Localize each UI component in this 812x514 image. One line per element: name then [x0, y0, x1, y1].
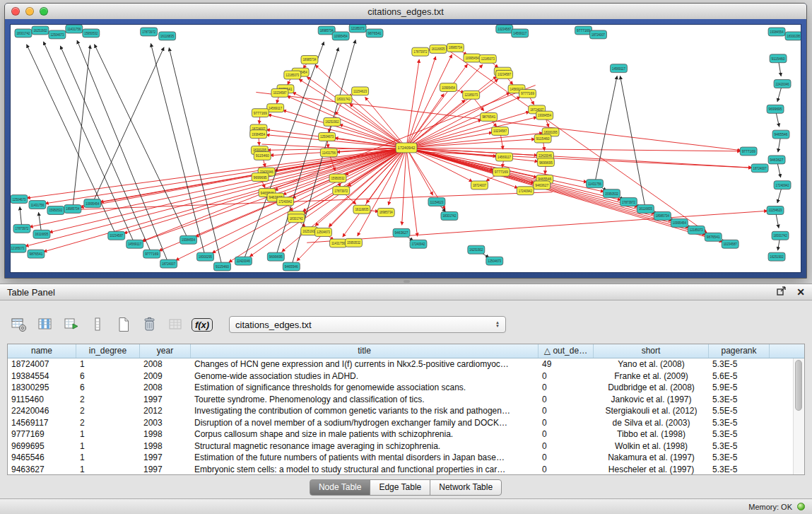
graph-node[interactable]: 18985734: [654, 211, 671, 220]
table-row[interactable]: 969969511998Structural magnetic resonanc…: [8, 440, 804, 452]
graph-node[interactable]: 14569117: [496, 153, 513, 161]
cell[interactable]: 2: [76, 417, 140, 429]
graph-node[interactable]: 9463627: [393, 228, 410, 237]
cell[interactable]: 5.3E-5: [709, 440, 770, 452]
table-select-combo[interactable]: citations_edges.txt ▲▼: [229, 316, 506, 333]
graph-node[interactable]: 18985734: [447, 43, 464, 52]
function-builder-icon[interactable]: f(x): [192, 314, 213, 335]
new-table-icon[interactable]: [113, 314, 134, 335]
graph-node[interactable]: 18301742: [15, 29, 32, 37]
graph-node[interactable]: 11431756: [587, 180, 604, 188]
graph-node[interactable]: 9115460: [213, 262, 230, 271]
graph-node[interactable]: 12185073: [479, 54, 496, 63]
graph-node[interactable]: 14569117: [512, 29, 529, 37]
graph-node[interactable]: 17873972: [620, 198, 637, 206]
cell[interactable]: de Silva et al. (2003): [594, 417, 709, 429]
table-row[interactable]: 1830029562008Estimation of significance …: [8, 382, 804, 394]
tab-network-table[interactable]: Network Table: [430, 479, 502, 496]
graph-node[interactable]: 19384554: [536, 111, 553, 119]
graph-node[interactable]: 16251902: [468, 245, 485, 254]
cell[interactable]: 1998: [140, 440, 191, 452]
graph-node[interactable]: 12504673: [315, 228, 332, 237]
cell[interactable]: 5.3E-5: [709, 417, 770, 429]
graph-node[interactable]: 10234587: [271, 88, 288, 97]
graph-node[interactable]: 12185073: [284, 71, 301, 79]
graph-node[interactable]: 17240942: [396, 143, 417, 153]
traffic-light-close[interactable]: [11, 7, 20, 16]
cell[interactable]: 2008: [140, 358, 191, 370]
graph-node[interactable]: 12185073: [349, 25, 366, 33]
cell[interactable]: 1998: [140, 428, 191, 440]
network-window[interactable]: citations_edges.txt 18301742162519021250…: [4, 3, 807, 279]
cell[interactable]: Estimation of significance thresholds fo…: [191, 382, 539, 394]
graph-node[interactable]: 16251902: [324, 117, 341, 126]
table-row[interactable]: 911546021997Tourette syndrome. Phenomeno…: [8, 394, 804, 406]
graph-node[interactable]: 11154623: [428, 198, 445, 206]
cell[interactable]: 5.3E-5: [709, 358, 770, 370]
graph-node[interactable]: 11154623: [767, 206, 784, 215]
cell[interactable]: 0: [539, 394, 594, 406]
cell[interactable]: 0: [539, 382, 594, 394]
graph-node[interactable]: 9777169: [575, 26, 592, 35]
graph-node[interactable]: 10234587: [492, 127, 509, 135]
graph-node[interactable]: 15950532: [604, 189, 620, 198]
graph-node[interactable]: 11431756: [320, 148, 337, 157]
column-header-4[interactable]: △ out_de…: [539, 344, 594, 358]
cell[interactable]: 0: [539, 428, 594, 440]
graph-node[interactable]: 17240942: [517, 187, 534, 195]
cell[interactable]: 5.5E-5: [709, 405, 770, 417]
close-panel-icon[interactable]: ✕: [796, 287, 805, 297]
graph-node[interactable]: 9699695: [767, 105, 784, 113]
cell[interactable]: 2008: [140, 382, 191, 394]
graph-node[interactable]: 9876541: [366, 29, 383, 37]
cell[interactable]: 5.3E-5: [709, 394, 770, 406]
graph-node[interactable]: 16251902: [32, 26, 49, 35]
cell[interactable]: Corpus callosum shape and size in male p…: [191, 428, 539, 440]
cell[interactable]: 22420046: [8, 405, 76, 417]
cell[interactable]: Disruption of a novel member of a sodium…: [191, 417, 539, 429]
cell[interactable]: 1: [76, 428, 140, 440]
cell[interactable]: Changes of HCN gene expression and I(f) …: [191, 358, 539, 370]
table-mode-icon[interactable]: [8, 314, 30, 335]
cell[interactable]: Wolkin et al. (1998): [594, 440, 709, 452]
cell[interactable]: 6: [76, 382, 140, 394]
graph-node[interactable]: 12504673: [11, 195, 28, 204]
graph-node[interactable]: 10234587: [496, 25, 513, 33]
cell[interactable]: 9699695: [8, 440, 76, 452]
graph-node[interactable]: 9463627: [768, 156, 785, 164]
cell[interactable]: 1: [76, 452, 140, 464]
graph-node[interactable]: 10234587: [722, 240, 739, 248]
float-panel-icon[interactable]: [777, 286, 787, 298]
add-column-icon[interactable]: [61, 314, 82, 335]
table-row[interactable]: 946362711997Embryonic stem cells: a mode…: [8, 464, 804, 476]
cell[interactable]: 9115460: [8, 394, 76, 406]
column-header-3[interactable]: title: [191, 344, 539, 358]
cell[interactable]: 1: [76, 358, 140, 370]
cell[interactable]: 9463627: [8, 464, 76, 476]
cell[interactable]: 18300295: [8, 382, 76, 394]
cell[interactable]: Genome-wide association studies in ADHD.: [191, 370, 539, 382]
graph-node[interactable]: 17873972: [412, 47, 429, 56]
graph-node[interactable]: 9699695: [267, 252, 284, 261]
cell[interactable]: 1: [76, 464, 140, 476]
graph-node[interactable]: 18724007: [590, 30, 607, 39]
graph-node[interactable]: 22420046: [774, 80, 791, 88]
graph-node[interactable]: 12504673: [486, 257, 503, 265]
table-row[interactable]: 977716911998Corpus callosum shape and si…: [8, 428, 804, 440]
network-canvas[interactable]: 1830174216251902125046731143175615950532…: [10, 24, 801, 273]
cell[interactable]: Dudbridge et al. (2008): [594, 382, 709, 394]
cell[interactable]: Tourette syndrome. Phenomenology and cla…: [191, 394, 539, 406]
table-row[interactable]: 946554611997Estimation of the future num…: [8, 452, 804, 464]
graph-node[interactable]: 19384554: [250, 130, 267, 139]
graph-node[interactable]: 16116835: [637, 205, 654, 214]
delete-column-icon[interactable]: [87, 314, 108, 335]
graph-node[interactable]: 17240942: [774, 181, 791, 189]
panel-splitter[interactable]: [0, 279, 812, 284]
cell[interactable]: 0: [539, 417, 594, 429]
splitter-handle-icon[interactable]: [404, 280, 410, 283]
column-header-1[interactable]: in_degree: [76, 344, 140, 358]
network-svg[interactable]: 1830174216251902125046731143175615950532…: [11, 25, 801, 272]
graph-node[interactable]: 16116835: [353, 205, 370, 214]
graph-node[interactable]: 18301742: [288, 214, 305, 223]
cell[interactable]: Stergiakouli et al. (2012): [594, 405, 709, 417]
